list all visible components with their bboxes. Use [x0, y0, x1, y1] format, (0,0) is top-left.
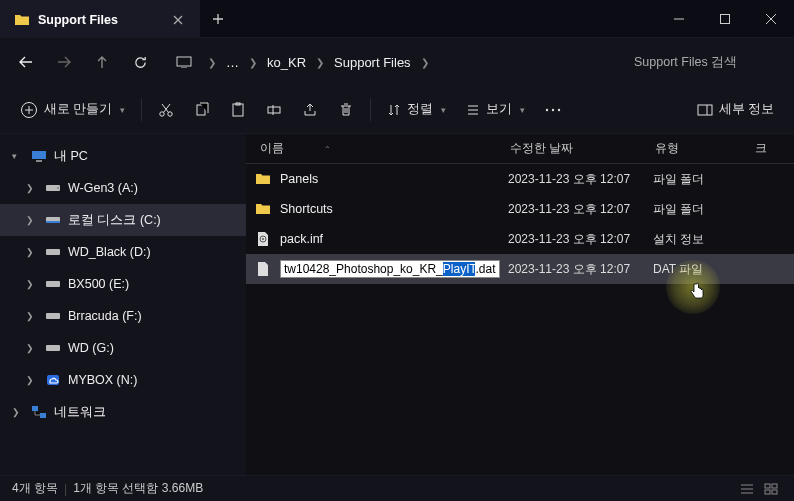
maximize-button[interactable]: [702, 0, 748, 38]
toolbar: 새로 만들기 ▾ 정렬 ▾ 보기 ▾ 세부 정보: [0, 86, 794, 134]
crumb-segment[interactable]: ko_KR: [263, 53, 310, 72]
svg-rect-21: [46, 313, 60, 319]
chevron-right-icon[interactable]: ❯: [26, 215, 38, 225]
breadcrumb[interactable]: ❯ … ❯ ko_KR ❯ Support Files ❯: [160, 46, 622, 78]
tree-item-drive[interactable]: ❯ 로컬 디스크 (C:): [0, 204, 246, 236]
tree-item-network[interactable]: ❯ 네트워크: [0, 396, 246, 428]
svg-rect-0: [721, 14, 730, 23]
svg-point-16: [57, 187, 59, 189]
file-row[interactable]: Shortcuts 2023-11-23 오후 12:07 파일 폴더: [246, 194, 794, 224]
tab-active[interactable]: Support Files: [0, 0, 200, 38]
tree-item-drive[interactable]: ❯ Brracuda (F:): [0, 300, 246, 332]
chevron-right-icon[interactable]: ❯: [26, 183, 38, 193]
details-pane-button[interactable]: 세부 정보: [689, 94, 782, 126]
details-view-button[interactable]: [736, 480, 758, 498]
file-list: 이름⌃ 수정한 날짜 유형 크 Panels 2023-11-23 오후 12:…: [246, 134, 794, 475]
tree-item-drive[interactable]: ❯ WD_Black (D:): [0, 236, 246, 268]
file-date: 2023-11-23 오후 12:07: [508, 201, 653, 218]
tree-label: WD_Black (D:): [68, 245, 151, 259]
sort-caret-icon: ⌃: [324, 145, 331, 154]
details-label: 세부 정보: [719, 101, 774, 118]
view-label: 보기: [486, 101, 512, 118]
crumb-segment[interactable]: Support Files: [330, 53, 415, 72]
network-icon: [30, 403, 48, 421]
file-row[interactable]: Panels 2023-11-23 오후 12:07 파일 폴더: [246, 164, 794, 194]
file-date: 2023-11-23 오후 12:07: [508, 261, 653, 278]
share-button[interactable]: [294, 94, 326, 126]
svg-rect-31: [772, 490, 777, 494]
svg-rect-12: [698, 105, 712, 115]
column-header-name[interactable]: 이름⌃: [260, 140, 510, 157]
tree-item-drive[interactable]: ❯ MYBOX (N:): [0, 364, 246, 396]
up-button[interactable]: [84, 44, 120, 80]
file-name: Shortcuts: [280, 202, 508, 216]
chevron-right-icon[interactable]: ❯: [12, 407, 24, 417]
chevron-right-icon: ❯: [419, 57, 431, 68]
drive-icon: [44, 339, 62, 357]
tree-item-mypc[interactable]: ▾ 내 PC: [0, 140, 246, 172]
svg-point-10: [552, 108, 554, 110]
svg-rect-20: [46, 281, 60, 287]
sort-button[interactable]: 정렬 ▾: [379, 94, 454, 126]
sidebar: ▾ 내 PC ❯ W-Gen3 (A:) ❯ 로컬 디스크 (C:) ❯ WD_…: [0, 134, 246, 475]
tree-item-drive[interactable]: ❯ WD (G:): [0, 332, 246, 364]
paste-button[interactable]: [222, 94, 254, 126]
cut-button[interactable]: [150, 94, 182, 126]
close-icon[interactable]: [168, 10, 188, 30]
file-row-selected[interactable]: tw10428_Photoshop_ko_KR_PlayIT.dat 2023-…: [246, 254, 794, 284]
file-name: Panels: [280, 172, 508, 186]
chevron-right-icon[interactable]: ❯: [26, 311, 38, 321]
chevron-down-icon: ▾: [520, 105, 525, 115]
file-date: 2023-11-23 오후 12:07: [508, 171, 653, 188]
drive-icon: [44, 243, 62, 261]
column-header-date[interactable]: 수정한 날짜: [510, 140, 655, 157]
tree-label: WD (G:): [68, 341, 114, 355]
column-header-size[interactable]: 크: [755, 140, 767, 157]
crumb-ellipsis[interactable]: …: [222, 53, 243, 72]
pc-icon: [30, 147, 48, 165]
chevron-right-icon: ❯: [206, 57, 218, 68]
divider: [370, 99, 371, 121]
back-button[interactable]: [8, 44, 44, 80]
chevron-right-icon[interactable]: ❯: [26, 279, 38, 289]
delete-button[interactable]: [330, 94, 362, 126]
close-window-button[interactable]: [748, 0, 794, 38]
new-button[interactable]: 새로 만들기 ▾: [12, 94, 133, 126]
svg-rect-28: [765, 484, 770, 488]
file-row[interactable]: pack.inf 2023-11-23 오후 12:07 설치 정보: [246, 224, 794, 254]
tree-item-drive[interactable]: ❯ W-Gen3 (A:): [0, 172, 246, 204]
column-header-type[interactable]: 유형: [655, 140, 755, 157]
file-type: 파일 폴더: [653, 171, 704, 188]
new-tab-button[interactable]: [200, 1, 236, 37]
chevron-right-icon: ❯: [247, 57, 259, 68]
svg-rect-25: [40, 413, 46, 418]
svg-rect-29: [772, 484, 777, 488]
rename-button[interactable]: [258, 94, 290, 126]
divider: [141, 99, 142, 121]
rename-input[interactable]: tw10428_Photoshop_ko_KR_PlayIT.dat: [280, 260, 500, 278]
titlebar: Support Files: [0, 0, 794, 38]
more-button[interactable]: [537, 94, 569, 126]
view-button[interactable]: 보기 ▾: [458, 94, 533, 126]
pc-icon[interactable]: [166, 44, 202, 80]
folder-icon: [14, 12, 30, 28]
search-input[interactable]: Support Files 검색: [624, 47, 784, 77]
svg-point-9: [546, 108, 548, 110]
forward-button[interactable]: [46, 44, 82, 80]
icons-view-button[interactable]: [760, 480, 782, 498]
svg-rect-30: [765, 490, 770, 494]
minimize-button[interactable]: [656, 0, 702, 38]
chevron-right-icon[interactable]: ❯: [26, 247, 38, 257]
copy-button[interactable]: [186, 94, 218, 126]
tree-label: BX500 (E:): [68, 277, 129, 291]
tree-item-drive[interactable]: ❯ BX500 (E:): [0, 268, 246, 300]
drive-icon: [44, 211, 62, 229]
file-type: 설치 정보: [653, 231, 704, 248]
file-name-rename[interactable]: tw10428_Photoshop_ko_KR_PlayIT.dat: [280, 262, 508, 276]
refresh-button[interactable]: [122, 44, 158, 80]
chevron-down-icon[interactable]: ▾: [12, 151, 24, 161]
file-type: 파일 폴더: [653, 201, 704, 218]
chevron-down-icon: ▾: [441, 105, 446, 115]
chevron-right-icon[interactable]: ❯: [26, 343, 38, 353]
chevron-right-icon[interactable]: ❯: [26, 375, 38, 385]
